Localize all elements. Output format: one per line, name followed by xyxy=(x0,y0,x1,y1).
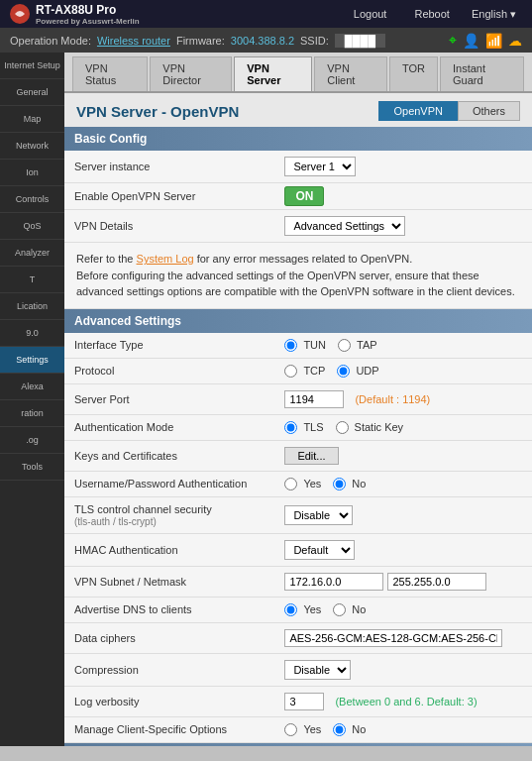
compression-select[interactable]: Disable LZ4 LZO xyxy=(284,660,351,680)
vpn-details-label: VPN Details xyxy=(64,210,274,243)
top-nav: Logout Reboot English ▾ xyxy=(340,4,524,25)
manage-options-label: Manage Client-Specific Options xyxy=(64,716,274,742)
sidebar-item-log[interactable]: .og xyxy=(0,427,64,454)
auth-tls-text: TLS xyxy=(303,421,323,433)
sidebar-item-9[interactable]: 9.0 xyxy=(0,320,64,347)
interface-tun-radio[interactable] xyxy=(284,339,297,352)
logout-button[interactable]: Logout xyxy=(340,4,401,25)
logo-icon xyxy=(8,2,32,26)
reboot-button[interactable]: Reboot xyxy=(400,4,463,25)
enable-toggle[interactable]: ON xyxy=(284,186,324,206)
notice-text3: Before configuring the advanced settings… xyxy=(76,270,515,298)
tab-vpn-client[interactable]: VPN Client xyxy=(314,56,387,91)
page-title-bar: VPN Server - OpenVPN OpenVPN Others xyxy=(64,93,532,127)
protocol-udp-radio[interactable] xyxy=(337,365,350,378)
server-port-input[interactable] xyxy=(284,390,344,408)
manage-no-label[interactable]: No xyxy=(333,723,366,736)
tab-instant-guard[interactable]: Instant Guard xyxy=(440,56,524,91)
interface-tap-radio[interactable] xyxy=(338,339,351,352)
advertise-yes-label[interactable]: Yes xyxy=(284,603,321,616)
interface-tun-label[interactable]: TUN xyxy=(284,339,326,352)
advertise-yes-text: Yes xyxy=(303,603,321,615)
log-verbosity-input[interactable] xyxy=(284,693,324,710)
sidebar-item-network[interactable]: Network xyxy=(0,133,64,160)
auth-mode-row: Authentication Mode TLS Static Key xyxy=(64,414,532,440)
tab-vpn-status[interactable]: VPN Status xyxy=(72,56,148,91)
tls-control-sublabel: (tls-auth / tls-crypt) xyxy=(74,516,157,527)
hmac-row: HMAC Authentication Default SHA1 SHA256 xyxy=(64,533,532,566)
tab-vpn-server[interactable]: VPN Server xyxy=(234,56,312,91)
network-icon: 📶 xyxy=(485,33,502,49)
system-log-link[interactable]: System Log xyxy=(137,253,194,265)
manage-yes-label[interactable]: Yes xyxy=(284,723,321,736)
advertise-yes-radio[interactable] xyxy=(284,603,297,616)
hmac-select[interactable]: Default SHA1 SHA256 xyxy=(284,540,355,560)
manage-yes-text: Yes xyxy=(303,723,321,735)
protocol-tcp-text: TCP xyxy=(303,365,325,377)
server-instance-select[interactable]: Server 1 Server 2 xyxy=(284,157,356,176)
main-content: VPN Status VPN Director VPN Server VPN C… xyxy=(64,53,532,746)
sidebar-item-t[interactable]: T xyxy=(0,267,64,293)
basic-config-table: Server instance Server 1 Server 2 Enable… xyxy=(64,151,532,243)
sidebar-item-general[interactable]: General xyxy=(0,79,64,106)
username-yes-label[interactable]: Yes xyxy=(284,478,321,490)
auth-static-label[interactable]: Static Key xyxy=(336,421,404,434)
tls-control-select[interactable]: Disable tls-auth tls-crypt xyxy=(284,505,353,525)
sidebar-item-qos[interactable]: QoS xyxy=(0,213,64,240)
advertise-dns-row: Advertise DNS to clients Yes No xyxy=(64,597,532,622)
auth-static-radio[interactable] xyxy=(336,421,349,434)
sidebar-item-settings[interactable]: Settings xyxy=(0,347,64,374)
tab-tor[interactable]: TOR xyxy=(389,56,438,91)
advertise-no-label[interactable]: No xyxy=(333,603,366,616)
language-button[interactable]: English ▾ xyxy=(464,4,524,25)
sidebar-item-lication[interactable]: Lication xyxy=(0,293,64,320)
auth-mode-group: TLS Static Key xyxy=(284,421,522,434)
sidebar-item-tools[interactable]: Tools xyxy=(0,454,64,481)
enable-openvpn-label: Enable OpenVPN Server xyxy=(64,183,274,210)
username-yes-radio[interactable] xyxy=(284,478,297,490)
protocol-udp-text: UDP xyxy=(356,365,378,377)
server-port-row: Server Port (Default : 1194) xyxy=(64,383,532,414)
interface-tun-text: TUN xyxy=(303,339,326,351)
manage-yes-radio[interactable] xyxy=(284,723,297,736)
interface-type-label: Interface Type xyxy=(64,333,274,359)
tab-vpn-director[interactable]: VPN Director xyxy=(150,56,232,91)
vpn-netmask-input[interactable] xyxy=(387,573,486,591)
auth-tls-radio[interactable] xyxy=(284,421,297,434)
sidebar-item-internet-setup[interactable]: Internet Setup xyxy=(0,53,64,79)
sidebar-item-ration[interactable]: ration xyxy=(0,400,64,427)
openvpn-button[interactable]: OpenVPN xyxy=(378,101,458,121)
manage-no-radio[interactable] xyxy=(333,723,346,736)
sidebar-item-map[interactable]: Map xyxy=(0,106,64,133)
advanced-settings-table: Interface Type TUN TAP Proto xyxy=(64,333,532,743)
op-mode-value[interactable]: Wireless router xyxy=(97,35,170,47)
sidebar-item-ion[interactable]: Ion xyxy=(0,160,64,186)
server-port-label: Server Port xyxy=(64,383,274,414)
username-group: Yes No xyxy=(284,478,522,490)
status-icons: ⌖ 👤 📶 ☁ xyxy=(449,32,522,49)
sidebar-item-controls[interactable]: Controls xyxy=(0,186,64,213)
protocol-tcp-radio[interactable] xyxy=(284,365,297,378)
vpn-details-select[interactable]: Advanced Settings Simple Settings xyxy=(284,216,405,236)
vpn-subnet-input[interactable] xyxy=(284,573,383,591)
username-no-label[interactable]: No xyxy=(333,478,366,490)
brand-name: RT-AX88U Pro xyxy=(36,3,140,17)
advertise-dns-group: Yes No xyxy=(284,603,522,616)
protocol-udp-label[interactable]: UDP xyxy=(337,365,378,378)
manage-options-group: Yes No xyxy=(284,723,522,736)
cloud-icon: ☁ xyxy=(508,33,522,49)
sidebar-item-analyzer[interactable]: Analyzer xyxy=(0,240,64,267)
advertise-no-radio[interactable] xyxy=(333,603,346,616)
others-button[interactable]: Others xyxy=(458,101,520,121)
interface-tap-label[interactable]: TAP xyxy=(338,339,377,352)
vpn-subnet-label: VPN Subnet / Netmask xyxy=(64,566,274,597)
sidebar-item-alexa[interactable]: Alexa xyxy=(0,374,64,400)
protocol-tcp-label[interactable]: TCP xyxy=(284,365,325,378)
tls-control-label: TLS control channel security (tls-auth /… xyxy=(64,496,274,533)
username-no-radio[interactable] xyxy=(333,478,346,490)
data-ciphers-input[interactable] xyxy=(284,629,502,647)
ssid-value: ████ xyxy=(335,34,385,48)
auth-tls-label[interactable]: TLS xyxy=(284,421,323,434)
edit-keys-button[interactable]: Edit... xyxy=(284,447,338,465)
protocol-group: TCP UDP xyxy=(284,365,522,378)
